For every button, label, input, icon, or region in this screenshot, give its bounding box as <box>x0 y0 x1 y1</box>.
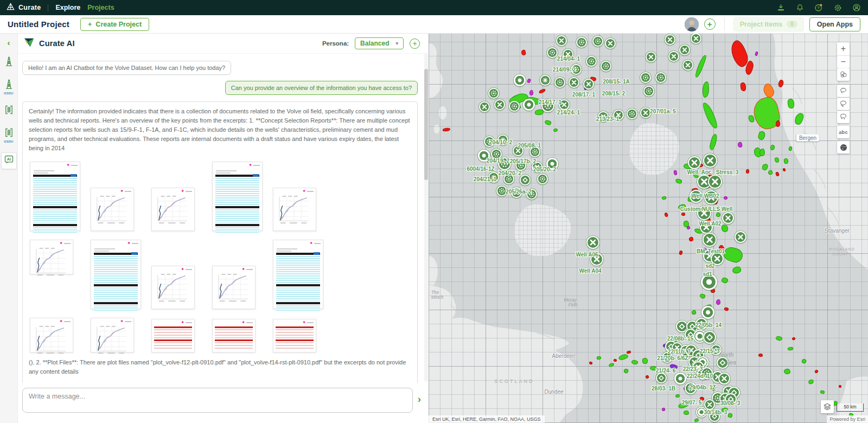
lasso-polygon-button[interactable] <box>837 111 850 123</box>
send-button[interactable]: › <box>418 394 421 404</box>
well-marker[interactable] <box>484 136 495 147</box>
basemap-button[interactable] <box>837 141 850 153</box>
well-marker[interactable] <box>704 399 715 410</box>
well-marker[interactable] <box>701 367 713 379</box>
well-marker[interactable] <box>691 34 701 44</box>
plot-thumbnail[interactable]: ✶ <box>30 240 73 274</box>
zoom-in-button[interactable]: + <box>837 42 850 55</box>
well-marker[interactable] <box>711 252 724 265</box>
plot-thumbnail[interactable]: ✶ <box>212 266 256 309</box>
red-table-thumbnail[interactable]: ✶ <box>151 319 195 352</box>
well-marker[interactable] <box>640 72 651 83</box>
well-marker[interactable] <box>592 36 603 47</box>
well-marker[interactable] <box>488 88 499 99</box>
well-marker[interactable] <box>540 75 551 86</box>
brand[interactable]: Curate <box>7 3 41 12</box>
well-marker[interactable] <box>529 146 540 157</box>
well-marker[interactable] <box>494 99 505 110</box>
well-marker[interactable] <box>640 107 651 118</box>
well-marker[interactable] <box>586 56 597 67</box>
well-marker[interactable] <box>532 162 542 172</box>
report-thumbnail[interactable]: ✶ <box>30 162 80 231</box>
well-marker[interactable] <box>590 253 603 266</box>
well-marker[interactable] <box>627 108 637 119</box>
well-marker[interactable] <box>554 77 565 88</box>
help-icon[interactable]: ? <box>814 3 824 12</box>
well-marker[interactable] <box>586 236 599 249</box>
collapse-panel-icon[interactable]: ‹ <box>8 39 10 47</box>
well-marker[interactable] <box>547 47 558 58</box>
plot-thumbnail[interactable]: ✶ <box>91 318 134 352</box>
scrollbar-thumb[interactable] <box>424 69 428 180</box>
report-thumbnail[interactable]: ✶ <box>91 240 141 309</box>
add-member-button[interactable]: + <box>704 18 716 30</box>
red-table-thumbnail[interactable]: ✶ <box>273 319 316 352</box>
well-marker[interactable] <box>583 79 594 89</box>
settings-icon[interactable] <box>833 3 843 12</box>
project-items-button[interactable]: Project Items 0 <box>733 17 804 31</box>
well-marker[interactable] <box>662 352 673 363</box>
well-marker[interactable] <box>711 344 722 355</box>
nav-tab-explore[interactable]: Explore <box>55 4 80 11</box>
well-marker[interactable] <box>479 101 490 112</box>
well-marker[interactable] <box>576 37 587 48</box>
well-marker[interactable] <box>704 190 718 204</box>
well-marker[interactable] <box>703 153 717 168</box>
sidebar-item-seismic[interactable] <box>3 104 15 118</box>
well-marker[interactable] <box>569 77 579 88</box>
select-circles-button[interactable] <box>837 68 850 81</box>
well-marker[interactable] <box>497 134 508 145</box>
well-marker[interactable] <box>598 111 609 122</box>
well-marker[interactable] <box>546 158 558 170</box>
well-marker[interactable] <box>688 156 701 169</box>
download-icon[interactable] <box>776 3 786 12</box>
well-marker[interactable] <box>703 233 717 247</box>
well-marker[interactable] <box>701 306 714 319</box>
labels-toggle-button[interactable]: abc <box>837 126 850 138</box>
plot-thumbnail[interactable]: ✶ <box>151 266 195 309</box>
well-marker[interactable] <box>643 86 654 97</box>
well-marker[interactable] <box>655 72 666 83</box>
well-marker[interactable] <box>613 110 624 120</box>
avatar[interactable] <box>685 17 699 31</box>
sidebar-item-derrick[interactable] <box>3 56 15 69</box>
well-marker[interactable] <box>700 221 713 234</box>
well-marker[interactable] <box>735 231 746 243</box>
well-marker[interactable] <box>563 49 573 60</box>
plot-thumbnail[interactable]: ✶ <box>273 188 316 231</box>
sidebar-item-seismic-osdu[interactable]: OSDU <box>3 127 15 143</box>
well-marker[interactable] <box>725 393 737 405</box>
plot-thumbnail[interactable]: ✶ <box>151 188 195 231</box>
well-marker[interactable] <box>697 206 711 220</box>
well-marker[interactable] <box>520 175 531 185</box>
sidebar-item-derrick-osdu[interactable]: OSDU <box>3 79 15 95</box>
well-marker[interactable] <box>523 99 535 111</box>
well-marker[interactable] <box>674 373 686 384</box>
well-marker[interactable] <box>682 60 693 70</box>
well-marker[interactable] <box>491 149 502 159</box>
message-input[interactable] <box>22 388 413 413</box>
create-project-button[interactable]: + Create Project <box>80 18 149 31</box>
well-marker[interactable] <box>656 373 667 383</box>
well-marker[interactable] <box>665 34 675 45</box>
well-marker[interactable] <box>695 318 707 330</box>
well-marker[interactable] <box>503 174 514 184</box>
well-marker[interactable] <box>690 190 703 203</box>
well-marker[interactable] <box>646 52 656 62</box>
well-marker[interactable] <box>556 35 567 46</box>
chat-scrollbar[interactable] <box>424 54 428 382</box>
well-marker[interactable] <box>526 189 537 200</box>
well-marker[interactable] <box>478 150 490 162</box>
new-chat-button[interactable]: + <box>410 39 420 49</box>
well-marker[interactable] <box>509 101 520 112</box>
plot-thumbnail[interactable]: ✶ <box>91 188 134 231</box>
account-icon[interactable] <box>852 3 861 12</box>
well-marker[interactable] <box>496 185 507 196</box>
well-marker[interactable] <box>537 174 548 184</box>
well-marker[interactable] <box>513 145 524 156</box>
plot-thumbnail[interactable]: ✶ <box>30 318 73 352</box>
well-marker[interactable] <box>605 38 616 49</box>
nav-tab-projects[interactable]: Projects <box>87 4 114 11</box>
well-marker[interactable] <box>571 64 582 75</box>
well-marker[interactable] <box>511 187 522 198</box>
